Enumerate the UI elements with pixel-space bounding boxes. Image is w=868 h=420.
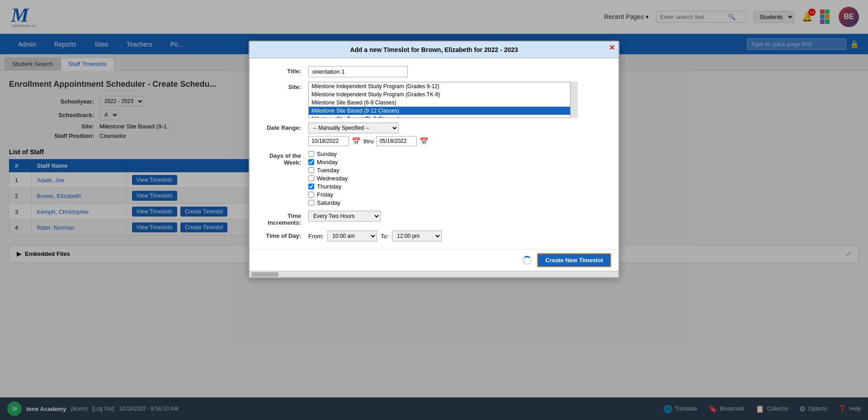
saturday-label: Saturday — [317, 199, 340, 206]
tuesday-label: Tuesday — [317, 167, 339, 174]
modal-daterange-row: Date Range: -- Manually Specified -- 📅 t… — [250, 120, 618, 148]
modal-title-field — [308, 66, 613, 77]
modal-timeofday-field: From: 10:00 am 9:00 am 11:00 am To: 12:0… — [308, 231, 613, 241]
modal-title: Add a new Timeslot for Brown, Elizabeth … — [350, 46, 518, 53]
modal-site-field: Milestone Independent Study Program (Gra… — [308, 82, 613, 118]
modal-title-row: Title: — [250, 64, 618, 80]
friday-label: Friday — [317, 191, 333, 198]
modal-daterange-field: -- Manually Specified -- 📅 thru 📅 — [308, 123, 613, 146]
modal-header: Add a new Timeslot for Brown, Elizabeth … — [250, 42, 618, 58]
create-new-timeslot-button[interactable]: Create New Timeslot — [537, 253, 611, 267]
to-label: To: — [381, 233, 388, 240]
modal-increments-label: Time Increments: — [255, 211, 305, 226]
date-from-input[interactable] — [308, 136, 349, 146]
modal-days-row: Days of the Week: Sunday Monday — [250, 148, 618, 208]
modal-increments-field: Every Two Hours Every Hour Every 30 Minu… — [308, 211, 613, 222]
site-option-0[interactable]: Milestone Independent Study Program (Gra… — [309, 82, 570, 90]
wednesday-label: Wednesday — [317, 175, 348, 182]
modal-hscrollbar[interactable] — [250, 271, 618, 272]
modal-close-button[interactable]: ✕ — [609, 44, 615, 52]
thursday-checkbox[interactable] — [308, 184, 314, 189]
modal-body: Title: Site: Milestone Independent Study… — [250, 58, 618, 249]
saturday-checkbox[interactable] — [308, 200, 314, 206]
site-scrollbar[interactable] — [571, 82, 578, 118]
from-label: From: — [308, 233, 324, 240]
day-monday: Monday — [308, 159, 613, 165]
monday-checkbox[interactable] — [308, 159, 314, 165]
date-range-select[interactable]: -- Manually Specified -- — [308, 123, 399, 133]
modal-overlay: Add a new Timeslot for Brown, Elizabeth … — [0, 0, 868, 272]
site-list[interactable]: Milestone Independent Study Program (Gra… — [308, 82, 571, 118]
modal-timeofday-label: Time of Day: — [255, 231, 305, 239]
modal-footer: Create New Timeslot — [250, 249, 618, 271]
time-from-select[interactable]: 10:00 am 9:00 am 11:00 am — [327, 231, 377, 241]
site-option-1[interactable]: Milestone Independent Study Program (Gra… — [309, 90, 570, 99]
day-sunday: Sunday — [308, 151, 613, 157]
time-row: From: 10:00 am 9:00 am 11:00 am To: 12:0… — [308, 231, 613, 241]
site-option-2[interactable]: Milestone Site Based (6-8 Classes) — [309, 99, 570, 107]
date-to-input[interactable] — [376, 136, 417, 146]
time-to-select[interactable]: 12:00 pm 1:00 pm 2:00 pm — [392, 231, 442, 241]
title-input[interactable] — [308, 66, 408, 77]
tuesday-checkbox[interactable] — [308, 167, 314, 173]
hscroll-thumb — [251, 272, 278, 273]
site-option-3[interactable]: Milestone Site Based (9-12 Classes) — [309, 107, 570, 115]
day-tuesday: Tuesday — [308, 167, 613, 174]
day-friday: Friday — [308, 191, 613, 198]
monday-label: Monday — [317, 159, 338, 165]
modal-timeofday-row: Time of Day: From: 10:00 am 9:00 am 11:0… — [250, 228, 618, 244]
day-wednesday: Wednesday — [308, 175, 613, 182]
wednesday-checkbox[interactable] — [308, 175, 314, 181]
modal-site-label: Site: — [255, 82, 305, 90]
loading-spinner — [523, 256, 532, 265]
sunday-label: Sunday — [317, 151, 337, 157]
sunday-checkbox[interactable] — [308, 151, 314, 157]
modal-site-row: Site: Milestone Independent Study Progra… — [250, 80, 618, 120]
day-thursday: Thursday — [308, 183, 613, 190]
modal-title-label: Title: — [255, 66, 305, 75]
modal-days-label: Days of the Week: — [255, 151, 305, 166]
day-saturday: Saturday — [308, 199, 613, 206]
thru-label: thru — [363, 138, 373, 145]
modal-daterange-label: Date Range: — [255, 123, 305, 131]
site-option-4[interactable]: Milestone Site Based (Tk-5 Classes) — [309, 115, 570, 118]
modal-days-field: Sunday Monday Tuesday Wednesday — [308, 151, 613, 206]
friday-checkbox[interactable] — [308, 192, 314, 198]
days-grid: Sunday Monday Tuesday Wednesday — [308, 151, 613, 206]
time-increments-select[interactable]: Every Two Hours Every Hour Every 30 Minu… — [308, 211, 381, 222]
thursday-label: Thursday — [317, 183, 341, 190]
calendar-from-icon[interactable]: 📅 — [352, 137, 361, 146]
modal-increments-row: Time Increments: Every Two Hours Every H… — [250, 208, 618, 228]
calendar-to-icon[interactable]: 📅 — [420, 137, 429, 146]
add-timeslot-modal: Add a new Timeslot for Brown, Elizabeth … — [249, 41, 619, 272]
